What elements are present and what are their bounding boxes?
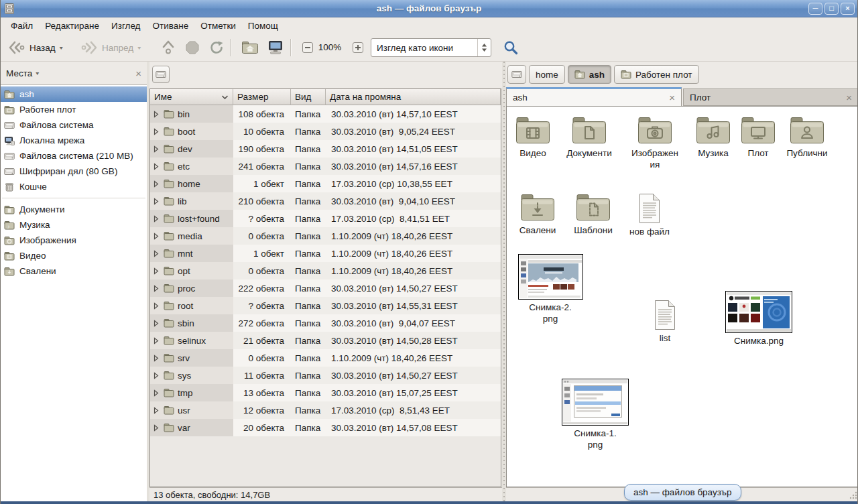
sidebar-item-music[interactable]: ♪Музика: [1, 217, 147, 233]
expander-icon[interactable]: [153, 302, 160, 310]
titlebar[interactable]: ash — файлов браузър ─□×: [1, 0, 857, 17]
column-header-1[interactable]: Размер: [233, 89, 291, 105]
expander-icon[interactable]: [153, 180, 160, 188]
menu-item-4[interactable]: Отметки: [194, 19, 242, 33]
sidebar-item-ash[interactable]: ash: [1, 86, 147, 102]
sidebar-item-documents[interactable]: Документи: [1, 202, 147, 217]
places-header[interactable]: Места ▾ ×: [1, 62, 147, 84]
expander-icon[interactable]: [153, 145, 160, 153]
expander-icon[interactable]: [153, 285, 160, 292]
resize-grip[interactable]: [849, 491, 858, 500]
table-row[interactable]: sys11 обектаПапка30.03.2010 (вт) 14,50,2…: [150, 367, 501, 384]
table-row[interactable]: proc222 обектаПапка30.03.2010 (вт) 14,50…: [150, 279, 501, 297]
sidebar-item-pictures[interactable]: Изображения: [1, 233, 147, 248]
up-button[interactable]: [156, 37, 180, 58]
file-icon-documents[interactable]: Документи: [552, 116, 626, 159]
menu-item-0[interactable]: Файл: [5, 19, 39, 33]
sidebar-item-desktop[interactable]: Работен плот: [1, 102, 147, 117]
sidebar-item-filesystem[interactable]: Файлова система: [1, 117, 147, 133]
expander-icon[interactable]: [153, 233, 160, 240]
expander-icon[interactable]: [153, 215, 160, 223]
table-row[interactable]: boot10 обектаПапка30.03.2010 (вт) 9,05,2…: [150, 123, 501, 140]
minimize-button[interactable]: ─: [808, 3, 822, 15]
sidebar-item-video[interactable]: Видео: [1, 248, 147, 263]
table-row[interactable]: opt0 обектаПапка1.10.2009 (чт) 18,40,26 …: [150, 262, 501, 279]
breadcrumb-desktop[interactable]: Работен плот: [614, 65, 699, 84]
expander-icon[interactable]: [153, 389, 160, 397]
column-header-3[interactable]: Дата на промяна: [326, 89, 501, 105]
file-name-cell: mnt: [150, 245, 233, 262]
table-row[interactable]: mnt1 обектПапка1.10.2009 (чт) 18,40,26 E…: [150, 245, 501, 262]
sidebar-item-label: Документи: [19, 204, 64, 214]
file-icon-list[interactable]: list: [628, 300, 702, 344]
table-row[interactable]: bin108 обектаПапка30.03.2010 (вт) 14,57,…: [150, 105, 501, 123]
expander-icon[interactable]: [153, 337, 160, 344]
sidebar-close-icon[interactable]: ×: [135, 68, 141, 79]
root-path-button[interactable]: [152, 66, 170, 83]
sidebar-item-local-network[interactable]: Локална мрежа: [1, 133, 147, 148]
column-header-0[interactable]: Име: [150, 89, 233, 105]
zoom-in-button[interactable]: [347, 37, 369, 58]
forward-dropdown-icon[interactable]: ▾: [137, 45, 141, 51]
tab-plot[interactable]: Плот×: [683, 88, 858, 106]
table-row[interactable]: etc241 обектаПапка30.03.2010 (вт) 14,57,…: [150, 158, 501, 175]
close-button[interactable]: ×: [841, 3, 855, 15]
table-row[interactable]: tmp13 обектаПапка30.03.2010 (вт) 15,07,2…: [150, 384, 501, 401]
table-row[interactable]: var20 обектаПапка30.03.2010 (вт) 14,57,0…: [150, 419, 501, 436]
table-row[interactable]: lost+found? обектаПапка17.03.2010 (ср) 8…: [150, 210, 501, 227]
back-button[interactable]: Назад ▾: [3, 37, 68, 58]
icon-view[interactable]: ВидеоДокументиИзображенияМузикаПлотПубли…: [506, 106, 858, 487]
combo-spinner-icon[interactable]: [477, 39, 491, 56]
column-header-2[interactable]: Вид: [291, 89, 326, 105]
sidebar-item-trash[interactable]: Кошче: [1, 179, 147, 194]
maximize-button[interactable]: □: [824, 3, 839, 15]
file-icon-snimka-2[interactable]: Снимка-2.png: [513, 254, 587, 324]
expander-icon[interactable]: [153, 267, 160, 275]
table-row[interactable]: root? обектаПапка30.03.2010 (вт) 14,55,3…: [150, 297, 501, 314]
breadcrumb-home[interactable]: home: [529, 65, 565, 84]
file-icon-snimka-1[interactable]: Снимка-1.png: [558, 379, 632, 450]
computer-button[interactable]: [262, 37, 289, 58]
table-row[interactable]: selinux21 обектаПапка30.03.2010 (вт) 14,…: [150, 332, 501, 349]
back-dropdown-icon[interactable]: ▾: [60, 45, 63, 51]
reload-button[interactable]: [204, 37, 229, 58]
table-row[interactable]: srv0 обектаПапка1.10.2009 (чт) 18,40,26 …: [150, 349, 501, 367]
menu-item-2[interactable]: Изглед: [105, 19, 147, 33]
breadcrumb-root[interactable]: [507, 65, 526, 84]
table-row[interactable]: usr12 обектаПапка17.03.2010 (ср) 8,51,43…: [150, 401, 501, 419]
table-row[interactable]: sbin272 обектаПапка30.03.2010 (вт) 9,04,…: [150, 314, 501, 332]
expander-icon[interactable]: [153, 250, 160, 257]
tab-close-icon[interactable]: ×: [669, 92, 675, 103]
home-button[interactable]: [237, 37, 263, 58]
expander-icon[interactable]: [153, 424, 160, 432]
file-icon-public[interactable]: Публични: [770, 116, 844, 159]
file-icon-new-file[interactable]: нов файл: [613, 193, 686, 237]
menu-item-3[interactable]: Отиване: [146, 19, 194, 33]
expander-icon[interactable]: [153, 163, 160, 170]
table-row[interactable]: dev190 обектаПапка30.03.2010 (вт) 14,51,…: [150, 140, 501, 158]
expander-icon[interactable]: [153, 320, 160, 327]
menu-item-1[interactable]: Редактиране: [39, 19, 105, 33]
table-row[interactable]: home1 обектПапка17.03.2010 (ср) 10,38,55…: [150, 175, 501, 192]
breadcrumb-ash[interactable]: ash: [568, 65, 611, 84]
expander-icon[interactable]: [153, 355, 160, 362]
table-row[interactable]: media0 обектаПапка1.10.2009 (чт) 18,40,2…: [150, 227, 501, 245]
search-button[interactable]: [498, 37, 524, 58]
tab-ash[interactable]: ash×: [506, 87, 682, 106]
forward-button[interactable]: Напред ▾: [76, 37, 145, 58]
menu-item-5[interactable]: Помощ: [242, 19, 284, 33]
stop-button[interactable]: [180, 37, 204, 58]
sidebar-item-filesystem-210[interactable]: Файлова система (210 MB): [1, 148, 147, 164]
tab-close-icon[interactable]: ×: [846, 92, 852, 103]
expander-icon[interactable]: [153, 407, 160, 414]
file-icon-snimka[interactable]: Снимка.png: [722, 291, 796, 346]
table-row[interactable]: lib210 обектаПапка30.03.2010 (вт) 9,04,1…: [150, 192, 501, 210]
expander-icon[interactable]: [153, 198, 160, 205]
sidebar-item-downloads[interactable]: Свалени: [1, 263, 147, 279]
svg-text:♪: ♪: [7, 223, 10, 229]
sidebar-item-encrypted-80[interactable]: Шифриран дял (80 GB): [1, 164, 147, 179]
view-mode-select[interactable]: Изглед като икони: [371, 38, 491, 57]
expander-icon[interactable]: [153, 372, 160, 379]
expander-icon[interactable]: [153, 128, 160, 135]
expander-icon[interactable]: [153, 111, 160, 118]
